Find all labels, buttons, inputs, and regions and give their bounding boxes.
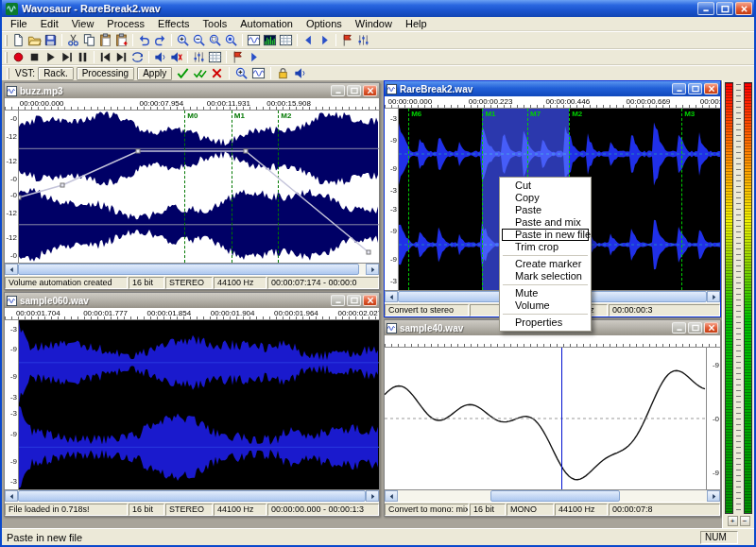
window-buzz[interactable]: buzz.mp3 00:00:00.00000:00:07.95400:00:1… bbox=[4, 82, 380, 290]
grid-view-icon[interactable] bbox=[278, 33, 294, 48]
close-button[interactable] bbox=[704, 83, 718, 94]
timeline-ruler[interactable]: 00:00:00.00000:00:00.22300:00:00.44600:0… bbox=[385, 96, 720, 109]
play-icon[interactable] bbox=[43, 50, 59, 65]
wave-view-icon[interactable] bbox=[250, 66, 266, 81]
spectrum-view-icon[interactable] bbox=[262, 33, 278, 48]
zoom-in-icon[interactable] bbox=[175, 33, 191, 48]
mixer-icon[interactable] bbox=[355, 33, 371, 48]
vst-apply-button[interactable]: Apply bbox=[137, 67, 172, 80]
marker-flag-icon[interactable] bbox=[339, 33, 355, 48]
window-rarebreak2-titlebar[interactable]: RareBreak2.wav bbox=[385, 81, 720, 96]
scrollbar-track[interactable] bbox=[18, 490, 366, 502]
resize-grip[interactable] bbox=[740, 531, 752, 543]
window-sample40[interactable]: sample40.wav -9-0-9 bbox=[384, 319, 721, 517]
scroll-left-button[interactable] bbox=[385, 291, 398, 302]
menu-help[interactable]: Help bbox=[399, 17, 434, 30]
scrollbar-thumb[interactable] bbox=[18, 264, 359, 275]
menu-item-volume[interactable]: Volume bbox=[502, 299, 589, 312]
marker-line[interactable]: M3 bbox=[681, 109, 682, 290]
copy-icon[interactable] bbox=[81, 33, 97, 48]
scroll-left-button[interactable] bbox=[5, 264, 18, 275]
timeline-ruler[interactable] bbox=[385, 335, 720, 348]
waveform-display[interactable]: M0M1M2 bbox=[19, 111, 379, 263]
zoom-sel-icon[interactable] bbox=[207, 33, 223, 48]
paste-icon[interactable] bbox=[97, 33, 113, 48]
waveform-display[interactable] bbox=[385, 348, 706, 489]
window-sample060-titlebar[interactable]: sample060.wav bbox=[5, 293, 379, 308]
window-sample060[interactable]: sample060.wav 00:00:01.70400:00:01.77700… bbox=[4, 292, 380, 517]
scroll-left-button[interactable] bbox=[5, 490, 18, 502]
cross-icon[interactable] bbox=[209, 66, 225, 81]
menu-effects[interactable]: Effects bbox=[151, 17, 196, 30]
mute-icon[interactable] bbox=[168, 50, 184, 65]
maximize-button[interactable] bbox=[688, 83, 702, 94]
minimize-button[interactable] bbox=[331, 85, 345, 96]
wave-view-icon[interactable] bbox=[246, 33, 262, 48]
stop-icon[interactable] bbox=[26, 50, 43, 65]
timeline-ruler[interactable]: 00:00:01.70400:00:01.77700:00:01.85400:0… bbox=[5, 308, 379, 320]
arrow-right-icon[interactable] bbox=[246, 50, 262, 65]
loop-icon[interactable] bbox=[129, 50, 146, 65]
zoom-all-icon[interactable] bbox=[223, 33, 239, 48]
speaker-icon[interactable] bbox=[292, 66, 308, 81]
scroll-right-button[interactable] bbox=[366, 264, 379, 275]
scrollbar-thumb[interactable] bbox=[18, 490, 366, 502]
titlebar[interactable]: Wavosaur - RareBreak2.wav bbox=[2, 0, 754, 17]
horizontal-scrollbar[interactable] bbox=[385, 489, 720, 502]
menu-item-mute[interactable]: Mute bbox=[502, 287, 589, 299]
paste-mix-icon[interactable] bbox=[113, 33, 129, 48]
meter-zoom-out-button[interactable]: − bbox=[740, 516, 750, 526]
arrow-right-icon[interactable] bbox=[317, 33, 333, 48]
menu-item-trim-crop[interactable]: Trim crop bbox=[502, 241, 589, 253]
redo-icon[interactable] bbox=[152, 33, 168, 48]
marker-line[interactable]: M6 bbox=[408, 109, 409, 290]
minimize-button[interactable] bbox=[697, 2, 714, 15]
minimize-button[interactable] bbox=[672, 322, 686, 333]
horizontal-scrollbar[interactable] bbox=[5, 489, 379, 502]
toolbar-grip[interactable] bbox=[7, 68, 9, 79]
menu-view[interactable]: View bbox=[65, 17, 101, 30]
minimize-button[interactable] bbox=[331, 295, 345, 306]
marker-line[interactable]: M1 bbox=[482, 109, 483, 290]
check2-icon[interactable] bbox=[192, 66, 208, 81]
marker-flag-icon[interactable] bbox=[230, 50, 246, 65]
lock-icon[interactable] bbox=[275, 66, 291, 81]
menu-tools[interactable]: Tools bbox=[197, 17, 234, 30]
go-end-icon[interactable] bbox=[113, 50, 129, 65]
minimize-button[interactable] bbox=[672, 83, 686, 94]
check-icon[interactable] bbox=[175, 66, 191, 81]
menu-window[interactable]: Window bbox=[349, 17, 399, 30]
menu-item-paste-in-new-file[interactable]: Paste in new file bbox=[502, 229, 589, 241]
play-sel-icon[interactable] bbox=[59, 50, 75, 65]
mixer-icon[interactable] bbox=[191, 50, 207, 65]
undo-icon[interactable] bbox=[136, 33, 152, 48]
menu-item-paste[interactable]: Paste bbox=[502, 204, 589, 216]
toolbar-grip[interactable] bbox=[5, 52, 8, 63]
maximize-button[interactable] bbox=[347, 295, 361, 306]
menu-item-cut[interactable]: Cut bbox=[502, 179, 589, 192]
scrollbar-track[interactable] bbox=[398, 490, 707, 502]
menu-automation[interactable]: Automation bbox=[233, 17, 300, 30]
cut-icon[interactable] bbox=[65, 33, 81, 48]
save-icon[interactable] bbox=[43, 33, 59, 48]
maximize-button[interactable] bbox=[688, 322, 702, 333]
close-button[interactable] bbox=[735, 2, 752, 15]
menu-item-copy[interactable]: Copy bbox=[502, 192, 589, 204]
record-icon[interactable] bbox=[10, 50, 26, 65]
close-button[interactable] bbox=[363, 85, 377, 96]
zoom-in-icon[interactable] bbox=[233, 66, 249, 81]
scroll-right-button[interactable] bbox=[707, 490, 720, 502]
timeline-ruler[interactable]: 00:00:00.00000:00:07.95400:00:11.93100:0… bbox=[5, 98, 379, 111]
scrollbar-track[interactable] bbox=[18, 264, 366, 275]
window-buzz-titlebar[interactable]: buzz.mp3 bbox=[5, 83, 379, 98]
close-button[interactable] bbox=[704, 322, 718, 333]
menu-file[interactable]: File bbox=[4, 17, 34, 30]
meter-zoom-in-button[interactable]: + bbox=[728, 516, 738, 526]
new-file-icon[interactable] bbox=[10, 33, 26, 48]
zoom-out-icon[interactable] bbox=[191, 33, 207, 48]
menu-process[interactable]: Process bbox=[100, 17, 151, 30]
maximize-button[interactable] bbox=[347, 85, 361, 96]
close-button[interactable] bbox=[363, 295, 377, 306]
grid-view-icon[interactable] bbox=[207, 50, 223, 65]
menu-item-paste-and-mix[interactable]: Paste and mix bbox=[502, 216, 589, 229]
